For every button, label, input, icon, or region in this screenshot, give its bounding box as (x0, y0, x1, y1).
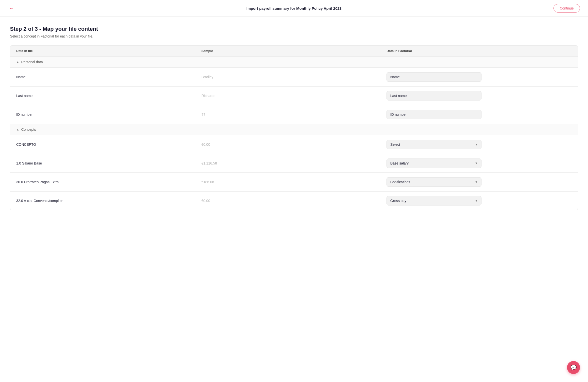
row-salario-select[interactable]: Base salary ▼ (386, 158, 482, 168)
table-row: CONCEPTO €0.00 Select ▼ (10, 135, 578, 154)
row-concepto-label: CONCEPTO (16, 142, 202, 146)
page-header: ← Import payroll summary for Monthly Pol… (0, 0, 588, 17)
concepto-dropdown-icon: ▼ (475, 143, 478, 146)
row-idnumber-label: ID number (16, 112, 202, 116)
mapping-table: Data in file Sample Data in Factorial ▲ … (10, 45, 578, 210)
row-convenio-value: Gross pay (390, 199, 406, 203)
row-prorrateo-value: Bonifications (390, 180, 410, 184)
row-idnumber-sample: ?? (202, 112, 387, 116)
row-concepto-sample: €0.00 (202, 142, 387, 146)
convenio-dropdown-icon: ▼ (475, 199, 478, 202)
table-row: 32.0 A cta. Convenio/compl br €0.00 Gros… (10, 192, 578, 210)
step-title: Step 2 of 3 - Map your file content (10, 26, 578, 32)
row-salario-sample: €1,116.58 (202, 161, 387, 165)
table-row: ID number ?? ID number (10, 105, 578, 124)
table-row: 1.0 Salario Base €1,116.58 Base salary ▼ (10, 154, 578, 173)
row-idnumber-factorial: ID number (386, 110, 482, 119)
row-lastname-sample: Richards (202, 94, 387, 98)
concepts-chevron-icon: ▲ (16, 128, 19, 131)
table-row: 30.0 Prorrateo Pagas Extra €186.08 Bonif… (10, 173, 578, 192)
row-prorrateo-sample: €186.08 (202, 180, 387, 184)
row-salario-value: Base salary (390, 161, 408, 165)
salario-dropdown-icon: ▼ (475, 162, 478, 165)
row-name-label: Name (16, 75, 202, 79)
row-prorrateo-label: 30.0 Prorrateo Pagas Extra (16, 180, 202, 184)
main-content: Step 2 of 3 - Map your file content Sele… (0, 17, 588, 219)
row-salario-label: 1.0 Salario Base (16, 161, 202, 165)
back-button[interactable]: ← (8, 4, 15, 12)
row-lastname-label: Last name (16, 94, 202, 98)
table-row: Last name Richards Last name (10, 86, 578, 105)
row-convenio-sample: €0.00 (202, 199, 387, 203)
col-header-data-in-factorial: Data in Factorial (386, 49, 572, 53)
col-header-data-in-file: Data in file (16, 49, 202, 53)
personal-data-chevron-icon: ▲ (16, 60, 19, 64)
prorrateo-dropdown-icon: ▼ (475, 180, 478, 184)
back-arrow-icon: ← (9, 6, 14, 11)
step-subtitle: Select a concept in Factorial for each d… (10, 34, 578, 38)
row-convenio-label: 32.0 A cta. Convenio/compl br (16, 199, 202, 203)
table-header: Data in file Sample Data in Factorial (10, 46, 578, 56)
chat-icon: 💬 (570, 364, 577, 370)
row-name-sample: Bradley (202, 75, 387, 79)
row-concepto-value: Select (390, 142, 400, 146)
row-concepto-select[interactable]: Select ▼ (386, 140, 482, 149)
chat-fab[interactable]: 💬 (567, 361, 580, 374)
row-convenio-select[interactable]: Gross pay ▼ (386, 196, 482, 206)
row-lastname-factorial: Last name (386, 91, 482, 100)
page-title: Import payroll summary for Monthly Polic… (246, 6, 342, 10)
col-header-sample: Sample (202, 49, 387, 53)
personal-data-label: Personal data (21, 60, 43, 64)
concepts-label: Concepts (21, 128, 36, 132)
table-row: Name Bradley Name (10, 68, 578, 86)
continue-button[interactable]: Continue (554, 4, 580, 12)
section-personal-data[interactable]: ▲ Personal data (10, 56, 578, 68)
section-concepts[interactable]: ▲ Concepts (10, 124, 578, 135)
row-name-factorial: Name (386, 72, 482, 82)
row-prorrateo-select[interactable]: Bonifications ▼ (386, 177, 482, 187)
